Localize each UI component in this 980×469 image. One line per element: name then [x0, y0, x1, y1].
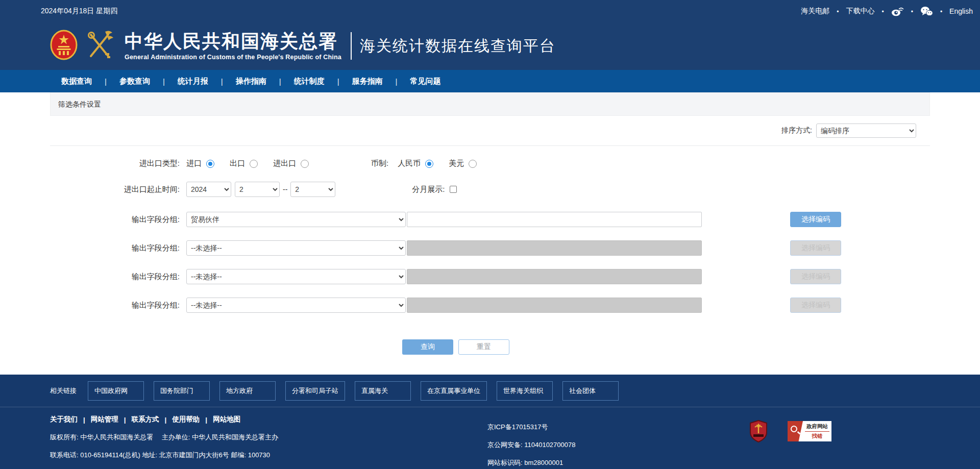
- nav-separator: |: [279, 77, 281, 86]
- output-group-label: 输出字段分组:: [50, 215, 180, 225]
- footer-link-state-council[interactable]: 国务院部门: [154, 381, 210, 401]
- currency-label: 币制:: [371, 159, 388, 168]
- output-group-row-2: 输出字段分组: --未选择-- 选择编码: [50, 240, 930, 256]
- error-report-badge[interactable]: 政府网站 找错: [788, 421, 831, 441]
- magnifier-icon: [788, 421, 803, 441]
- footer-link-wco[interactable]: 世界海关组织: [497, 381, 553, 401]
- output-group-row-4: 输出字段分组: --未选择-- 选择编码: [50, 298, 930, 313]
- footer-link-gov-portal[interactable]: 中国政府网: [88, 381, 144, 401]
- weibo-icon[interactable]: [891, 6, 904, 16]
- radio-rmb[interactable]: 人民币: [398, 159, 433, 168]
- output-group-controls: --未选择-- 选择编码: [186, 269, 930, 284]
- output-group-label: 输出字段分组:: [50, 301, 180, 310]
- sort-select[interactable]: 编码排序: [816, 124, 916, 138]
- wechat-icon[interactable]: [920, 6, 933, 16]
- platform-title: 海关统计数据在线查询平台: [360, 36, 556, 57]
- output-group-select-2[interactable]: --未选择--: [186, 240, 406, 256]
- end-month-select[interactable]: 2: [290, 182, 335, 197]
- query-button[interactable]: 查询: [402, 339, 453, 355]
- select-code-button-4: 选择编码: [790, 298, 841, 313]
- nav-separator: |: [337, 77, 339, 86]
- footer-link-separator: |: [205, 416, 207, 424]
- footer-link-beijing-units[interactable]: 在京直属事业单位: [421, 381, 487, 401]
- org-name-en: General Administration of Customs of the…: [125, 54, 341, 61]
- footer-about-link[interactable]: 关于我们: [50, 415, 78, 424]
- output-group-select-3[interactable]: --未选择--: [186, 269, 406, 284]
- footer-link-social-orgs[interactable]: 社会团体: [562, 381, 619, 401]
- radio-export[interactable]: 出口: [230, 159, 258, 168]
- nav-separator: |: [163, 77, 165, 86]
- main-content: 筛选条件设置 排序方式: 编码排序 进出口类型: 进口 出口 进出口 币制:: [50, 92, 930, 375]
- nav-item-monthly-report[interactable]: 统计月报: [178, 77, 208, 86]
- footer-link-local-gov[interactable]: 地方政府: [219, 381, 276, 401]
- footer-link-branch-sites[interactable]: 分署和司局子站: [285, 381, 345, 401]
- radio-usd[interactable]: 美元: [449, 159, 477, 168]
- current-date: 2024年04月18日 星期四: [41, 7, 117, 16]
- customs-emblem-icon: [85, 30, 114, 62]
- related-links-label: 相关链接: [50, 386, 77, 396]
- period-label: 进出口起止时间:: [50, 185, 180, 194]
- nav-item-service-guide[interactable]: 服务指南: [352, 77, 383, 86]
- nav-item-param-query[interactable]: 参数查询: [119, 77, 150, 86]
- section-divider: [50, 145, 930, 146]
- error-badge-text: 政府网站 找错: [803, 421, 831, 441]
- police-badge-icon[interactable]: [749, 420, 768, 445]
- footer-help-link[interactable]: 使用帮助: [172, 415, 200, 424]
- footer-bottom: 关于我们 | 网站管理 | 联系方式 | 使用帮助 | 网站地图 版权所有: 中…: [0, 407, 980, 461]
- period-controls: 2024 2 -- 2 分月展示:: [186, 182, 457, 197]
- output-group-input-4: [407, 298, 702, 313]
- footer-registration-block: 京ICP备17015317号 京公网安备: 11040102700078 网站标…: [487, 423, 575, 469]
- sort-row: 排序方式: 编码排序: [50, 116, 930, 145]
- dot-separator: [829, 7, 846, 15]
- dot-separator: [874, 7, 891, 15]
- radio-export-label: 出口: [230, 159, 245, 168]
- output-group-select-1[interactable]: 贸易伙伴: [186, 212, 406, 227]
- year-select[interactable]: 2024: [186, 182, 231, 197]
- error-badge-line1: 政府网站: [803, 423, 831, 430]
- language-toggle-english[interactable]: English: [949, 7, 973, 15]
- nav-separator: |: [221, 77, 223, 86]
- top-bar-links: 海关电邮 下载中心 Englis: [801, 6, 973, 16]
- radio-import-export-circle: [301, 160, 309, 168]
- period-separator: --: [283, 185, 287, 193]
- monthly-display-checkbox[interactable]: [450, 186, 457, 193]
- footer-link-separator: |: [165, 416, 167, 424]
- radio-import-export[interactable]: 进出口: [273, 159, 309, 168]
- period-row: 进出口起止时间: 2024 2 -- 2 分月展示:: [50, 182, 930, 197]
- footer-link-direct-customs[interactable]: 直属海关: [355, 381, 411, 401]
- trade-type-label: 进出口类型:: [50, 159, 180, 168]
- radio-import-label: 进口: [186, 159, 202, 168]
- nav-separator: |: [105, 77, 107, 86]
- select-code-button-3: 选择编码: [790, 269, 841, 284]
- reset-button[interactable]: 重置: [458, 339, 509, 355]
- output-group-select-4[interactable]: --未选择--: [186, 298, 406, 313]
- nav-item-operation-guide[interactable]: 操作指南: [236, 77, 266, 86]
- radio-import-circle: [206, 160, 214, 168]
- footer-sitemap-link[interactable]: 网站地图: [213, 415, 240, 424]
- sort-label: 排序方式:: [781, 126, 812, 135]
- output-group-input-1[interactable]: [407, 212, 702, 227]
- icp-number: 京ICP备17015317号: [487, 423, 575, 432]
- footer: 相关链接 中国政府网 国务院部门 地方政府 分署和司局子站 直属海关 在京直属事…: [0, 375, 980, 469]
- download-center-link[interactable]: 下载中心: [846, 7, 874, 16]
- nav-item-statistics-system[interactable]: 统计制度: [294, 77, 325, 86]
- radio-import[interactable]: 进口: [186, 159, 214, 168]
- radio-import-export-label: 进出口: [273, 159, 296, 168]
- action-row: 查询 重置: [50, 339, 930, 355]
- customs-mail-link[interactable]: 海关电邮: [801, 7, 829, 16]
- start-month-select[interactable]: 2: [235, 182, 280, 197]
- org-name-cn: 中华人民共和国海关总署: [125, 32, 341, 51]
- output-group-controls: 贸易伙伴 选择编码: [186, 212, 930, 227]
- header-divider: [351, 32, 352, 60]
- nav-item-faq[interactable]: 常见问题: [410, 77, 440, 86]
- nav-item-data-query[interactable]: 数据查询: [61, 77, 92, 86]
- output-group-controls: --未选择-- 选择编码: [186, 240, 930, 256]
- output-group-row-3: 输出字段分组: --未选择-- 选择编码: [50, 269, 930, 284]
- select-code-button-1[interactable]: 选择编码: [790, 212, 841, 227]
- org-title-block: 中华人民共和国海关总署 General Administration of Cu…: [125, 32, 341, 61]
- radio-rmb-label: 人民币: [398, 159, 421, 168]
- error-badge-line2: 找错: [803, 433, 831, 440]
- output-group-controls: --未选择-- 选择编码: [186, 298, 930, 313]
- footer-contact-link[interactable]: 联系方式: [132, 415, 159, 424]
- footer-site-admin-link[interactable]: 网站管理: [91, 415, 118, 424]
